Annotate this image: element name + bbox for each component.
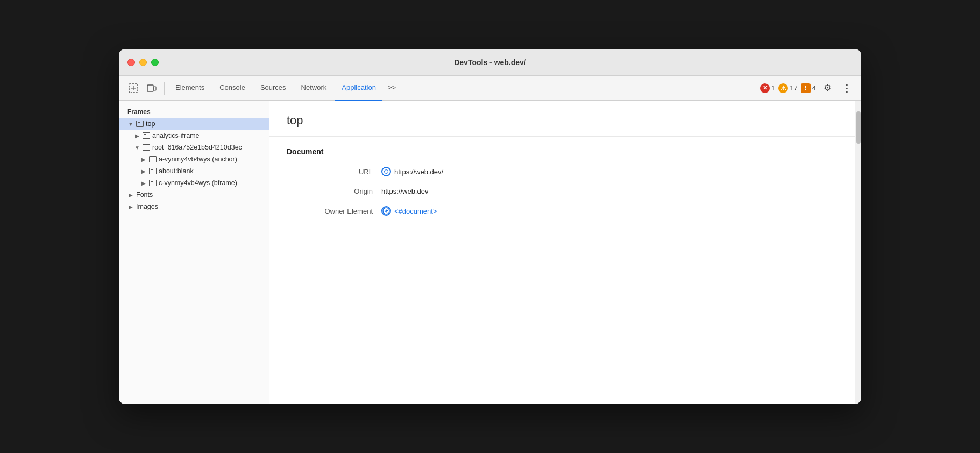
sidebar-item-top[interactable]: ▼ top xyxy=(119,118,269,130)
errors-count: 1 xyxy=(771,84,775,92)
warnings-count: 17 xyxy=(790,84,797,92)
chevron-right-icon: ▶ xyxy=(140,156,147,162)
owner-label: Owner Element xyxy=(287,207,373,215)
frame-icon xyxy=(143,132,150,139)
warning-icon: ⚠ xyxy=(778,83,788,93)
detail-row-origin: Origin https://web.dev xyxy=(287,187,837,195)
url-icon xyxy=(381,167,391,176)
toolbar-right: ✕ 1 ⚠ 17 ! 4 ⚙ ⋮ xyxy=(760,80,855,96)
detail-row-owner: Owner Element <#document> xyxy=(287,206,837,216)
sidebar-item-bframe[interactable]: ▶ c-vynmy4vb4wys (bframe) xyxy=(119,177,269,189)
svg-point-4 xyxy=(386,210,387,212)
tab-console[interactable]: Console xyxy=(213,76,252,101)
chevron-down-icon: ▼ xyxy=(134,144,140,151)
frame-icon xyxy=(149,156,157,162)
url-icon-inner xyxy=(384,169,388,174)
warnings-badge[interactable]: ⚠ 17 xyxy=(778,83,797,93)
sidebar-item-root[interactable]: ▼ root_616a752e1b5d4210d3ec xyxy=(119,141,269,153)
more-options-button[interactable]: ⋮ xyxy=(839,80,855,96)
url-label: URL xyxy=(287,168,373,176)
inspect-icon xyxy=(129,83,138,93)
toolbar: Elements Console Sources Network Applica… xyxy=(119,76,861,101)
sidebar-item-images[interactable]: ▶ Images xyxy=(119,201,269,213)
tab-elements[interactable]: Elements xyxy=(169,76,211,101)
sidebar-item-label: a-vynmy4vb4wys (anchor) xyxy=(159,155,265,163)
svg-rect-1 xyxy=(147,85,153,91)
url-value: https://web.dev/ xyxy=(381,167,443,176)
url-text: https://web.dev/ xyxy=(394,168,443,176)
main-content: Frames ▼ top ▶ analytics-iframe ▼ root_6… xyxy=(119,101,861,404)
tab-network[interactable]: Network xyxy=(295,76,333,101)
sidebar-item-label: c-vynmy4vb4wys (bframe) xyxy=(159,179,265,187)
sidebar: Frames ▼ top ▶ analytics-iframe ▼ root_6… xyxy=(119,101,269,404)
close-button[interactable] xyxy=(127,59,135,66)
window-title: DevTools - web.dev/ xyxy=(454,58,526,67)
sidebar-item-label: about:blank xyxy=(159,167,265,175)
tab-application[interactable]: Application xyxy=(335,76,382,101)
inspect-element-button[interactable] xyxy=(125,80,141,96)
chevron-right-icon: ▶ xyxy=(140,168,147,174)
detail-scrollbar[interactable] xyxy=(855,101,861,404)
chevron-right-icon: ▶ xyxy=(134,132,140,139)
detail-section-heading: Document xyxy=(287,147,837,156)
detail-row-url: URL https://web.dev/ xyxy=(287,167,837,176)
toolbar-separator xyxy=(164,82,165,95)
settings-button[interactable]: ⚙ xyxy=(819,80,835,96)
frame-icon xyxy=(149,168,157,174)
chevron-right-icon: ▶ xyxy=(127,192,134,198)
sidebar-item-about-blank[interactable]: ▶ about:blank xyxy=(119,165,269,177)
maximize-button[interactable] xyxy=(151,59,159,66)
error-icon: ✕ xyxy=(760,83,770,93)
sidebar-section-frames: Frames xyxy=(119,105,269,118)
devtools-window: DevTools - web.dev/ Elements Console Sou… xyxy=(119,49,861,404)
detail-section-document: Document URL https://web.dev/ Origin xyxy=(269,137,855,237)
sidebar-item-label: analytics-iframe xyxy=(152,132,265,139)
titlebar: DevTools - web.dev/ xyxy=(119,49,861,76)
chevron-down-icon: ▼ xyxy=(127,121,134,127)
tab-sources[interactable]: Sources xyxy=(254,76,293,101)
responsive-icon xyxy=(147,83,157,93)
device-toolbar-button[interactable] xyxy=(144,80,160,96)
sidebar-item-analytics-iframe[interactable]: ▶ analytics-iframe xyxy=(119,130,269,141)
sidebar-item-label: root_616a752e1b5d4210d3ec xyxy=(152,144,265,151)
origin-value: https://web.dev xyxy=(381,187,428,195)
info-icon: ! xyxy=(801,83,811,93)
info-badge[interactable]: ! 4 xyxy=(801,83,816,93)
frame-icon xyxy=(143,144,150,151)
sidebar-item-label: top xyxy=(146,120,265,128)
detail-frame-title: top xyxy=(269,101,855,137)
owner-text: <#document> xyxy=(394,207,437,215)
svg-rect-2 xyxy=(154,87,156,90)
chevron-right-icon: ▶ xyxy=(140,180,147,186)
traffic-lights xyxy=(127,59,159,66)
scrollbar-thumb[interactable] xyxy=(856,111,861,144)
origin-label: Origin xyxy=(287,187,373,195)
owner-value[interactable]: <#document> xyxy=(381,206,437,216)
origin-text: https://web.dev xyxy=(381,187,428,195)
frame-icon xyxy=(136,121,144,127)
sidebar-item-fonts[interactable]: ▶ Fonts xyxy=(119,189,269,201)
sidebar-item-anchor[interactable]: ▶ a-vynmy4vb4wys (anchor) xyxy=(119,153,269,165)
detail-panel: top Document URL https://web.dev/ Origin xyxy=(269,101,855,404)
more-tabs-button[interactable]: >> xyxy=(385,76,399,101)
frame-icon xyxy=(149,180,157,186)
errors-badge[interactable]: ✕ 1 xyxy=(760,83,775,93)
info-count: 4 xyxy=(812,84,816,92)
chevron-right-icon: ▶ xyxy=(127,203,134,210)
minimize-button[interactable] xyxy=(139,59,147,66)
document-icon xyxy=(381,206,391,216)
sidebar-item-label: Images xyxy=(136,203,265,210)
sidebar-item-label: Fonts xyxy=(136,191,265,199)
